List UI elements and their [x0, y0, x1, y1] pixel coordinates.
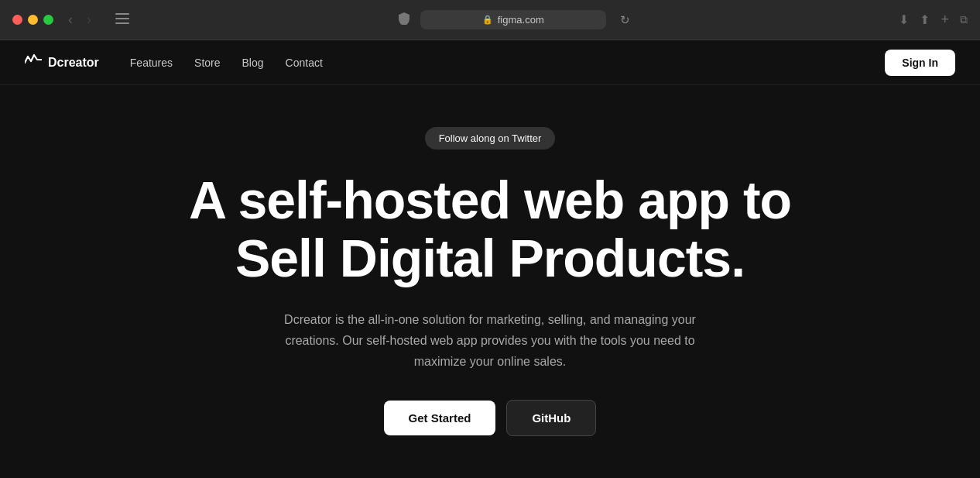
- download-button[interactable]: ⬇: [899, 12, 909, 27]
- shield-icon: [399, 12, 409, 27]
- new-tab-button[interactable]: +: [941, 12, 949, 28]
- hero-title-line2: Sell Digital Products.: [235, 229, 745, 287]
- logo-area: Dcreator: [25, 53, 99, 71]
- sign-in-button[interactable]: Sign In: [885, 50, 955, 76]
- hero-title-line1: A self-hosted web app to: [189, 170, 791, 229]
- traffic-light-red[interactable]: [12, 15, 22, 25]
- traffic-light-yellow[interactable]: [28, 15, 38, 25]
- share-button[interactable]: ⬆: [920, 12, 930, 27]
- forward-button[interactable]: ›: [81, 12, 97, 28]
- lock-icon: 🔒: [482, 15, 493, 25]
- nav-contact[interactable]: Contact: [286, 57, 323, 69]
- github-button[interactable]: GitHub: [506, 400, 596, 436]
- url-text: figma.com: [498, 14, 544, 26]
- get-started-button[interactable]: Get Started: [384, 401, 496, 435]
- logo-icon: [25, 53, 42, 71]
- tabs-button[interactable]: ⧉: [960, 13, 968, 26]
- site-content: Dcreator Features Store Blog Contact Sig…: [0, 40, 980, 478]
- svg-rect-0: [115, 13, 129, 15]
- nav-links: Features Store Blog Contact: [130, 57, 886, 69]
- browser-chrome: ‹ › 🔒 figma.com ↻ ⬇ ⬆ + ⧉: [0, 0, 980, 40]
- nav-store[interactable]: Store: [194, 57, 220, 69]
- traffic-light-green[interactable]: [43, 15, 53, 25]
- traffic-lights: [12, 15, 53, 25]
- hero-subtitle: Dcreator is the all-in-one solution for …: [258, 309, 722, 373]
- site-nav: Dcreator Features Store Blog Contact Sig…: [0, 40, 980, 85]
- svg-rect-2: [115, 22, 129, 24]
- refresh-button[interactable]: ↻: [620, 13, 630, 27]
- logo-text: Dcreator: [48, 56, 99, 70]
- svg-rect-1: [115, 18, 129, 19]
- sidebar-toggle[interactable]: [115, 13, 129, 27]
- back-button[interactable]: ‹: [63, 12, 78, 28]
- nav-blog[interactable]: Blog: [242, 57, 264, 69]
- nav-features[interactable]: Features: [130, 57, 173, 69]
- twitter-badge[interactable]: Follow along on Twitter: [425, 127, 556, 150]
- address-bar[interactable]: 🔒 figma.com: [420, 10, 606, 29]
- hero-section: Follow along on Twitter A self-hosted we…: [0, 85, 980, 478]
- hero-title: A self-hosted web app to Sell Digital Pr…: [189, 171, 791, 287]
- hero-buttons: Get Started GitHub: [384, 400, 597, 436]
- nav-arrows: ‹ ›: [63, 12, 97, 28]
- browser-actions: ⬇ ⬆ + ⧉: [899, 12, 968, 28]
